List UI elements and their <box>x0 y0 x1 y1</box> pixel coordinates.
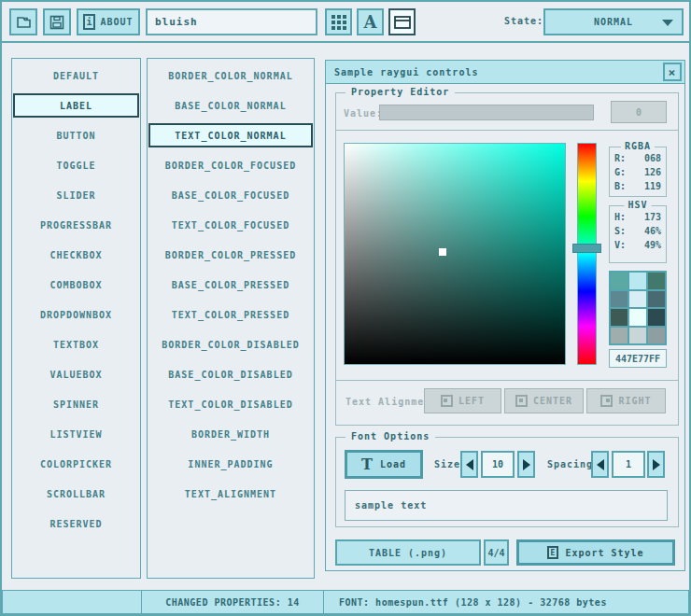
size-increase-button[interactable] <box>517 451 535 478</box>
font-t-icon: T <box>361 455 374 473</box>
sample-controls-window: Sample raygui controls × Property Editor… <box>325 60 685 571</box>
swatch[interactable] <box>648 309 665 326</box>
export-format-dropdown[interactable]: TABLE (.png) <box>335 539 481 566</box>
control-item[interactable]: SLIDER <box>12 180 140 210</box>
control-item[interactable]: TOGGLE <box>12 150 140 180</box>
align-left-button[interactable]: LEFT <box>424 388 501 413</box>
font-view-button[interactable]: A <box>357 8 384 35</box>
state-dropdown-value: NORMAL <box>594 17 633 27</box>
changed-properties-status: CHANGED PROPERTIES: 14 <box>141 590 324 614</box>
property-item[interactable]: BORDER_COLOR_NORMAL <box>148 61 314 91</box>
properties-list: BORDER_COLOR_NORMAL BASE_COLOR_NORMAL TE… <box>147 58 315 579</box>
property-editor-title: Property Editor <box>346 87 455 97</box>
property-item[interactable]: BASE_COLOR_NORMAL <box>148 91 314 120</box>
property-item-selected[interactable]: TEXT_COLOR_NORMAL <box>148 120 314 150</box>
swatch[interactable] <box>629 273 646 289</box>
size-decrease-button[interactable] <box>460 451 478 478</box>
swatch[interactable] <box>648 291 665 308</box>
spacing-value-box[interactable]: 1 <box>612 451 645 478</box>
toolbar: i ABOUT A State: NORMAL <box>2 2 689 43</box>
property-item[interactable]: BORDER_COLOR_FOCUSED <box>148 150 314 180</box>
property-item[interactable]: INNER_PADDING <box>148 449 314 479</box>
swatch[interactable] <box>629 328 646 344</box>
align-left-icon <box>441 395 453 407</box>
statusbar-left-cell <box>2 590 142 614</box>
export-style-button[interactable]: E Export Style <box>516 539 675 566</box>
swatch[interactable] <box>648 273 665 289</box>
property-item[interactable]: TEXT_ALIGNMENT <box>148 479 314 509</box>
style-name-input[interactable] <box>146 8 317 35</box>
arrow-right-icon <box>653 459 660 470</box>
hue-slider[interactable] <box>577 143 597 365</box>
style-color-swatches <box>609 271 667 345</box>
property-item[interactable]: BASE_COLOR_FOCUSED <box>148 180 314 210</box>
hsv-row-s: S:46% <box>610 224 666 238</box>
control-item[interactable]: DROPDOWNBOX <box>12 300 140 329</box>
control-item[interactable]: BUTTON <box>12 120 140 150</box>
swatch[interactable] <box>629 309 646 326</box>
control-item[interactable]: PROGRESSBAR <box>12 210 140 240</box>
hex-color-input[interactable]: 447E77FF <box>609 349 667 368</box>
swatch[interactable] <box>611 328 628 344</box>
sample-window-titlebar[interactable]: Sample raygui controls × <box>326 61 684 84</box>
controls-view-button[interactable] <box>388 8 416 35</box>
save-file-button[interactable] <box>43 8 71 35</box>
control-item[interactable]: SCROLLBAR <box>12 479 140 509</box>
swatch[interactable] <box>648 328 665 344</box>
color-picker-panel[interactable] <box>344 143 566 365</box>
control-item[interactable]: CHECKBOX <box>12 240 140 270</box>
control-item[interactable]: TEXTBOX <box>12 329 140 359</box>
swatch[interactable] <box>611 309 628 326</box>
control-item[interactable]: DEFAULT <box>12 61 140 91</box>
close-icon: × <box>669 65 677 79</box>
property-item[interactable]: TEXT_COLOR_DISABLED <box>148 389 314 419</box>
control-item[interactable]: COMBOBOX <box>12 270 140 300</box>
align-right-button[interactable]: RIGHT <box>586 388 666 413</box>
style-table-view-button[interactable] <box>325 8 352 35</box>
hsv-row-v: V:49% <box>610 238 666 252</box>
align-center-icon <box>515 395 528 407</box>
control-item[interactable]: LISTVIEW <box>12 419 140 449</box>
font-load-button[interactable]: T Load <box>345 450 423 479</box>
property-item[interactable]: BASE_COLOR_DISABLED <box>148 359 314 389</box>
property-item[interactable]: TEXT_COLOR_PRESSED <box>148 300 314 329</box>
spacing-increase-button[interactable] <box>647 451 665 478</box>
rgba-row-b: B:119 <box>610 179 666 193</box>
color-picker-cursor[interactable] <box>439 248 446 256</box>
sample-window-title: Sample raygui controls <box>334 67 478 77</box>
property-item[interactable]: BASE_COLOR_PRESSED <box>148 270 314 300</box>
property-item[interactable]: TEXT_COLOR_FOCUSED <box>148 210 314 240</box>
size-value-box[interactable]: 10 <box>481 451 515 478</box>
control-item[interactable]: VALUEBOX <box>12 359 140 389</box>
arrow-right-icon <box>523 459 530 470</box>
property-item[interactable]: BORDER_COLOR_PRESSED <box>148 240 314 270</box>
control-item-selected[interactable]: LABEL <box>12 91 140 120</box>
about-button[interactable]: i ABOUT <box>77 8 140 35</box>
hue-slider-handle[interactable] <box>572 244 601 253</box>
align-right-icon <box>600 395 613 407</box>
control-item[interactable]: RESERVED <box>12 509 140 539</box>
spacing-decrease-button[interactable] <box>591 451 609 478</box>
state-dropdown[interactable]: NORMAL <box>543 8 684 35</box>
sample-text-input[interactable]: sample text <box>345 490 668 521</box>
swatch[interactable] <box>629 291 646 308</box>
value-slider[interactable] <box>379 105 594 120</box>
align-center-button[interactable]: CENTER <box>504 388 584 413</box>
open-file-button[interactable] <box>9 8 37 35</box>
control-item[interactable]: COLORPICKER <box>12 449 140 479</box>
font-options-group: Font Options T Load Size: 10 Spacing: 1 … <box>335 437 679 527</box>
property-item[interactable]: BORDER_WIDTH <box>148 419 314 449</box>
chevron-down-icon <box>662 20 673 26</box>
property-item[interactable]: BORDER_COLOR_DISABLED <box>148 329 314 359</box>
separator-line <box>336 380 678 381</box>
value-box[interactable]: 0 <box>611 101 667 123</box>
control-item[interactable]: SPINNER <box>12 389 140 419</box>
swatch[interactable] <box>611 291 628 308</box>
grid-icon <box>331 15 346 30</box>
folder-icon <box>16 15 32 29</box>
close-window-button[interactable]: × <box>663 63 682 81</box>
rgba-group: RGBA R:068 G:126 B:119 <box>609 147 667 197</box>
value-box-text: 0 <box>636 107 642 118</box>
swatch[interactable] <box>611 273 628 289</box>
export-pages-box[interactable]: 4/4 <box>484 539 509 566</box>
